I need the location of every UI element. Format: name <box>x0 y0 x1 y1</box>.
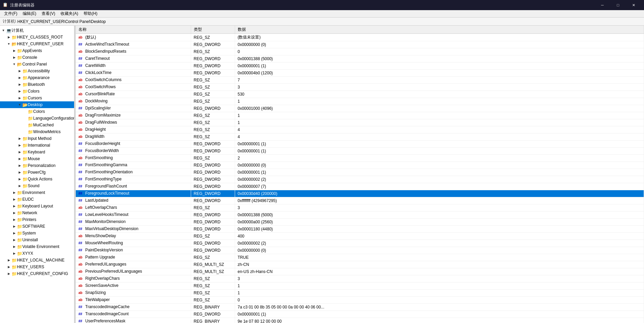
tree-panel[interactable]: ▼💻 计算机▶📁 HKEY_CLASSES_ROOT▼📂 HKEY_CURREN… <box>0 26 74 323</box>
tree-item-hku[interactable]: ▶📁 HKEY_USERS <box>0 264 74 270</box>
tree-item-cursors[interactable]: ▶📁 Cursors <box>0 95 74 101</box>
tree-item-colors[interactable]: ▶📁 Colors <box>0 88 74 95</box>
table-row[interactable]: ##FocusBorderHeightREG_DWORD0x00000001 (… <box>76 141 644 148</box>
tree-item-quickactions[interactable]: ▶📁 Quick Actions <box>0 176 74 182</box>
table-row[interactable]: ##FontSmoothingGammaREG_DWORD0x00000000 … <box>76 162 644 169</box>
table-row[interactable]: abFontSmoothingREG_SZ2 <box>76 155 644 162</box>
table-row[interactable]: abSnapSizingREG_SZ1 <box>76 290 644 297</box>
tree-item-controlpanel[interactable]: ▼📂 Control Panel <box>0 61 74 68</box>
menu-item[interactable]: 帮助(H) <box>81 10 100 17</box>
menu-item[interactable]: 查看(V) <box>39 10 58 17</box>
menu-item[interactable]: 文件(F) <box>1 10 20 17</box>
tree-item-desktop-colors[interactable]: 📁 Colors <box>0 108 74 115</box>
tree-item-mouse[interactable]: ▶📁 Mouse <box>0 155 74 162</box>
table-row[interactable]: abLeftOverlapCharsREG_SZ3 <box>76 204 644 212</box>
tree-item-bluetooth[interactable]: ▶📁 Bluetooth <box>0 81 74 88</box>
table-row[interactable]: abCoolSwitchColumnsREG_SZ7 <box>76 77 644 84</box>
folder-icon: 📁 <box>17 217 22 222</box>
tree-item-hklm[interactable]: ▶📁 HKEY_LOCAL_MACHINE <box>0 257 74 264</box>
tree-item-printers[interactable]: ▶📁 Printers <box>0 216 74 223</box>
tree-item-volatileenv[interactable]: ▶📁 Volatile Environment <box>0 243 74 250</box>
table-row[interactable]: abBlockSendInputResetsREG_SZ0 <box>76 48 644 55</box>
cell-data: en-US zh-Hans-CN <box>235 268 644 275</box>
table-row[interactable]: abMenuShowDelayREG_SZ400 <box>76 233 644 240</box>
table-row[interactable]: ##ActiveWndTrackTimeoutREG_DWORD0x000000… <box>76 41 644 48</box>
table-row[interactable]: abRightOverlapCharsREG_SZ3 <box>76 275 644 282</box>
col-header-name[interactable]: 名称 <box>76 26 191 34</box>
tree-item-keyboard[interactable]: ▶📁 Keyboard <box>0 149 74 155</box>
menu-item[interactable]: 收藏夹(A) <box>58 10 81 17</box>
table-row[interactable]: ##FontSmoothingOrientationREG_DWORD0x000… <box>76 169 644 176</box>
table-row[interactable]: abPattern UpgradeREG_SZTRUE <box>76 254 644 261</box>
table-row[interactable]: ##UserPreferencesMaskREG_BINARY9e 1e 07 … <box>76 318 644 323</box>
tree-item-powercfg[interactable]: ▶📁 PowerCfg <box>0 169 74 176</box>
tree-item-software[interactable]: ▶📁 SOFTWARE <box>0 223 74 230</box>
tree-item-hkcc[interactable]: ▶📁 HKEY_CURRENT_CONFIG <box>0 270 74 277</box>
table-row[interactable]: ##ClickLockTimeREG_DWORD0x000004b0 (1200… <box>76 70 644 77</box>
col-header-data[interactable]: 数据 <box>235 26 644 34</box>
table-row[interactable]: ##ForegroundLockTimeoutREG_DWORD0x00030d… <box>76 190 644 197</box>
tree-toggle: ▶ <box>12 225 17 228</box>
tree-item-windowmetrics[interactable]: 📁 WindowMetrics <box>0 128 74 135</box>
tree-item-computer[interactable]: ▼💻 计算机 <box>0 27 74 34</box>
table-row[interactable]: ##LastUpdatedREG_DWORD0xffffffff (429496… <box>76 197 644 204</box>
tree-item-environment[interactable]: ▶📁 Environment <box>0 189 74 196</box>
col-header-type[interactable]: 类型 <box>191 26 235 34</box>
table-row[interactable]: ##CaretTimeoutREG_DWORD0x00001388 (5000) <box>76 55 644 63</box>
tree-item-languageconfiguration[interactable]: 📁 LanguageConfiguration <box>0 115 74 122</box>
tree-item-hkcu[interactable]: ▼📂 HKEY_CURRENT_USER <box>0 41 74 47</box>
tree-item-uninstall[interactable]: ▶📁 Uninstall <box>0 237 74 243</box>
tree-item-hkcr[interactable]: ▶📁 HKEY_CLASSES_ROOT <box>0 34 74 41</box>
tree-item-system[interactable]: ▶📁 System <box>0 230 74 237</box>
tree-label: EUDC <box>22 197 34 202</box>
tree-item-muicached[interactable]: 📁 MuiCached <box>0 122 74 128</box>
tree-item-network[interactable]: ▶📁 Network <box>0 209 74 216</box>
table-row[interactable]: ##TranscodedImageCacheREG_BINARY7a c3 01… <box>76 304 644 311</box>
table-row[interactable]: abScreenSaveActiveREG_SZ1 <box>76 282 644 290</box>
table-row[interactable]: ##LowLevelHooksTimeoutREG_DWORD0x0000138… <box>76 212 644 219</box>
table-row[interactable]: ##DpiScalingVerREG_DWORD0x00001000 (4096… <box>76 105 644 112</box>
minimize-button[interactable]: ─ <box>595 0 610 10</box>
table-row[interactable]: ##MouseWheelRoutingREG_DWORD0x00000002 (… <box>76 240 644 247</box>
table-row[interactable]: abDragFromMaximizeREG_SZ1 <box>76 112 644 119</box>
tree-item-desktop[interactable]: ▼📂 Desktop <box>0 101 74 108</box>
close-button[interactable]: ✕ <box>626 0 641 10</box>
tree-item-appearance[interactable]: ▶📁 Appearance <box>0 74 74 81</box>
table-row[interactable]: abTileWallpaperREG_SZ0 <box>76 297 644 304</box>
cell-data: TRUE <box>235 254 644 261</box>
table-row[interactable]: ##MaxVirtualDesktopDimensionREG_DWORD0x0… <box>76 226 644 233</box>
table-row[interactable]: ##FontSmoothingTypeREG_DWORD0x00000002 (… <box>76 176 644 183</box>
table-row[interactable]: ab(默认)REG_SZ(数值未设置) <box>76 34 644 41</box>
tree-item-console[interactable]: ▶📁 Console <box>0 54 74 61</box>
table-row[interactable]: abPreviousPreferredUILanguagesREG_MULTI_… <box>76 268 644 275</box>
tree-item-accessibility[interactable]: ▶📁 Accessibility <box>0 68 74 74</box>
table-row[interactable]: ##MaxMonitorDimensionREG_DWORD0x00000a00… <box>76 219 644 226</box>
table-row[interactable]: abDragHeightREG_SZ4 <box>76 126 644 133</box>
maximize-button[interactable]: □ <box>610 0 626 10</box>
table-row[interactable]: ##ForegroundFlashCountREG_DWORD0x0000000… <box>76 183 644 190</box>
tree-item-international[interactable]: ▶📁 International <box>0 142 74 149</box>
table-row[interactable]: abCursorBlinkRateREG_SZ530 <box>76 91 644 98</box>
tree-item-keyboardlayout[interactable]: ▶📁 Keyboard Layout <box>0 203 74 209</box>
tree-item-inputmethod[interactable]: ▶📁 Input Method <box>0 135 74 142</box>
table-row[interactable]: ##TranscodedImageCountREG_DWORD0x0000000… <box>76 311 644 318</box>
table-row[interactable]: ##FocusBorderWidthREG_DWORD0x00000001 (1… <box>76 148 644 155</box>
table-row[interactable]: abDragWidthREG_SZ4 <box>76 133 644 141</box>
table-row[interactable]: abDragFullWindowsREG_SZ1 <box>76 119 644 126</box>
tree-item-sound[interactable]: ▶📁 Sound <box>0 182 74 189</box>
cell-data: 0x00000001 (1) <box>235 169 644 176</box>
tree-item-eudc[interactable]: ▶📁 EUDC <box>0 196 74 203</box>
reg-icon: ab <box>78 113 84 118</box>
cell-name: abDragHeight <box>76 126 191 133</box>
table-row[interactable]: abPreferredUILanguagesREG_MULTI_SZzh-CN <box>76 261 644 268</box>
tree-item-xyyx[interactable]: ▶📁 XYYX <box>0 250 74 257</box>
table-row[interactable]: abCoolSwitchRowsREG_SZ3 <box>76 84 644 91</box>
menu-item[interactable]: 编辑(E) <box>20 10 39 17</box>
tree-toggle: ▶ <box>12 252 17 255</box>
cell-name: abSnapSizing <box>76 290 191 297</box>
tree-item-appevents[interactable]: ▶📁 AppEvents <box>0 47 74 54</box>
table-row[interactable]: abDockMovingREG_SZ1 <box>76 98 644 105</box>
table-row[interactable]: ##CaretWidthREG_DWORD0x00000001 (1) <box>76 63 644 70</box>
table-row[interactable]: ##PaintDesktopVersionREG_DWORD0x00000000… <box>76 247 644 254</box>
tree-item-personalization[interactable]: ▶📁 Personalization <box>0 162 74 169</box>
